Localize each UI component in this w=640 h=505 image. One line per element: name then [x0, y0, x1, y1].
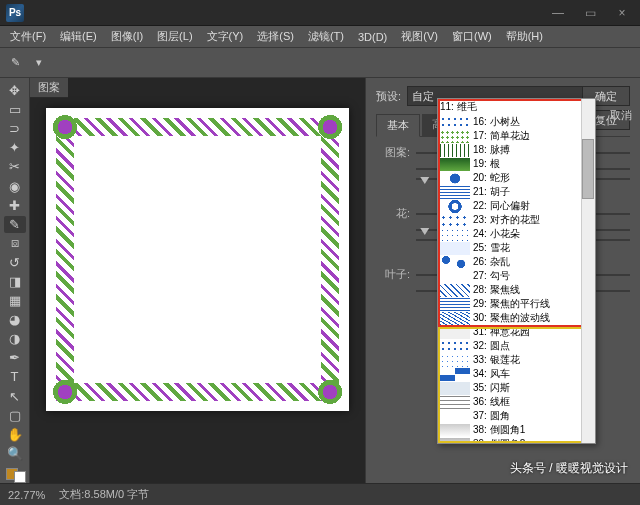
pattern-item[interactable]: 17: 简单花边	[438, 129, 595, 143]
pattern-label: 34: 风车	[473, 367, 510, 381]
document-tab[interactable]: 图案	[30, 78, 68, 98]
dodge-tool[interactable]: ◑	[4, 330, 26, 347]
menu-layer[interactable]: 图层(L)	[151, 27, 198, 46]
heal-tool[interactable]: ✚	[4, 197, 26, 214]
options-bar: ✎ ▾	[0, 48, 640, 78]
hand-tool[interactable]: ✋	[4, 426, 26, 443]
pattern-item[interactable]: 39: 倒圆角2	[438, 437, 595, 444]
preset-label: 预设:	[376, 89, 401, 104]
pattern-label: 24: 小花朵	[473, 227, 520, 241]
pattern-swatch	[440, 368, 470, 381]
pattern-item[interactable]: 20: 蛇形	[438, 171, 595, 185]
pattern-item[interactable]: 16: 小树丛	[438, 115, 595, 129]
tools-panel: ✥ ▭ ⊃ ✦ ✂ ◉ ✚ ✎ ⧇ ↺ ◨ ▦ ◕ ◑ ✒ T ↖ ▢ ✋ 🔍	[0, 78, 30, 483]
pattern-item[interactable]: 36: 线框	[438, 395, 595, 409]
dropdown-icon[interactable]: ▾	[30, 54, 48, 72]
gradient-tool[interactable]: ▦	[4, 292, 26, 309]
pattern-item[interactable]: 34: 风车	[438, 367, 595, 381]
pattern-popup-top-item[interactable]: 11: 维毛	[438, 99, 595, 115]
move-tool[interactable]: ✥	[4, 82, 26, 99]
pattern-item[interactable]: 18: 脉搏	[438, 143, 595, 157]
pattern-item[interactable]: 19: 根	[438, 157, 595, 171]
pattern-item[interactable]: 26: 杂乱	[438, 255, 595, 269]
pattern-label: 33: 银莲花	[473, 353, 520, 367]
pattern-item[interactable]: 28: 聚焦线	[438, 283, 595, 297]
pattern-item[interactable]: 30: 聚焦的波动线	[438, 311, 595, 325]
pattern-item[interactable]: 31: 禅意花园	[438, 325, 595, 339]
pattern-item[interactable]: 29: 聚焦的平行线	[438, 297, 595, 311]
menu-help[interactable]: 帮助(H)	[500, 27, 549, 46]
pattern-swatch	[440, 340, 470, 353]
pen-tool[interactable]: ✒	[4, 349, 26, 366]
pattern-item[interactable]: 38: 倒圆角1	[438, 423, 595, 437]
zoom-tool[interactable]: 🔍	[4, 445, 26, 462]
eraser-tool[interactable]: ◨	[4, 273, 26, 290]
pattern-swatch	[440, 186, 470, 199]
pattern-item[interactable]: 25: 雪花	[438, 241, 595, 255]
crop-tool[interactable]: ✂	[4, 158, 26, 175]
pattern-label: 25: 雪花	[473, 241, 510, 255]
pattern-label: 23: 对齐的花型	[473, 213, 540, 227]
pattern-swatch	[440, 200, 470, 213]
menu-image[interactable]: 图像(I)	[105, 27, 149, 46]
pattern-item[interactable]: 23: 对齐的花型	[438, 213, 595, 227]
pattern-swatch	[440, 326, 470, 339]
pattern-item[interactable]: 32: 圆点	[438, 339, 595, 353]
menu-file[interactable]: 文件(F)	[4, 27, 52, 46]
pattern-item[interactable]: 27: 勾号	[438, 269, 595, 283]
path-tool[interactable]: ↖	[4, 388, 26, 405]
stamp-tool[interactable]: ⧇	[4, 235, 26, 252]
pattern-label: 27: 勾号	[473, 269, 510, 283]
pattern-label: 37: 圆角	[473, 409, 510, 423]
pattern-label: 39: 倒圆角2	[473, 437, 525, 444]
brush-tool[interactable]: ✎	[4, 216, 26, 233]
tab-basic[interactable]: 基本	[376, 114, 420, 137]
pattern-item[interactable]: 21: 胡子	[438, 185, 595, 199]
pattern-swatch	[440, 172, 470, 185]
wand-tool[interactable]: ✦	[4, 139, 26, 156]
scrollbar[interactable]	[581, 99, 595, 443]
pattern-item[interactable]: 37: 圆角	[438, 409, 595, 423]
statusbar: 22.77% 文档:8.58M/0 字节	[0, 483, 640, 505]
pattern-item[interactable]: 24: 小花朵	[438, 227, 595, 241]
pattern-swatch	[440, 354, 470, 367]
lasso-tool[interactable]: ⊃	[4, 120, 26, 137]
close-button[interactable]: ×	[610, 6, 634, 20]
pattern-label: 36: 线框	[473, 395, 510, 409]
background-color[interactable]	[14, 471, 26, 483]
pattern-label: 18: 脉搏	[473, 143, 510, 157]
history-brush-tool[interactable]: ↺	[4, 254, 26, 271]
zoom-level[interactable]: 22.77%	[8, 489, 45, 501]
marquee-tool[interactable]: ▭	[4, 101, 26, 118]
menu-select[interactable]: 选择(S)	[251, 27, 300, 46]
pattern-label: 26: 杂乱	[473, 255, 510, 269]
pattern-item[interactable]: 22: 同心偏射	[438, 199, 595, 213]
pattern-list: 16: 小树丛17: 简单花边18: 脉搏19: 根20: 蛇形21: 胡子22…	[438, 115, 595, 444]
blur-tool[interactable]: ◕	[4, 311, 26, 328]
menu-edit[interactable]: 编辑(E)	[54, 27, 103, 46]
pattern-item[interactable]: 33: 银莲花	[438, 353, 595, 367]
pattern-item[interactable]: 35: 闪斯	[438, 381, 595, 395]
doc-info[interactable]: 文档:8.58M/0 字节	[59, 487, 149, 502]
pattern-label: 22: 同心偏射	[473, 199, 530, 213]
menu-3d[interactable]: 3D(D)	[352, 29, 393, 45]
pattern-label: 30: 聚焦的波动线	[473, 311, 550, 325]
canvas[interactable]	[46, 108, 349, 411]
cancel-button[interactable]: 取消	[610, 108, 632, 123]
type-tool[interactable]: T	[4, 368, 26, 385]
watermark: 头条号 / 暖暖视觉设计	[510, 460, 628, 477]
eyedropper-tool[interactable]: ◉	[4, 177, 26, 194]
menu-filter[interactable]: 滤镜(T)	[302, 27, 350, 46]
scrollbar-thumb[interactable]	[582, 139, 594, 199]
color-swatches[interactable]	[4, 466, 26, 483]
maximize-button[interactable]: ▭	[578, 6, 602, 20]
pattern-swatch	[440, 158, 470, 171]
menu-window[interactable]: 窗口(W)	[446, 27, 498, 46]
pattern-swatch	[440, 382, 470, 395]
shape-tool[interactable]: ▢	[4, 407, 26, 424]
slider-label-flower: 花:	[376, 206, 416, 221]
pattern-label: 38: 倒圆角1	[473, 423, 525, 437]
menu-type[interactable]: 文字(Y)	[201, 27, 250, 46]
menu-view[interactable]: 视图(V)	[395, 27, 444, 46]
minimize-button[interactable]: —	[546, 6, 570, 20]
